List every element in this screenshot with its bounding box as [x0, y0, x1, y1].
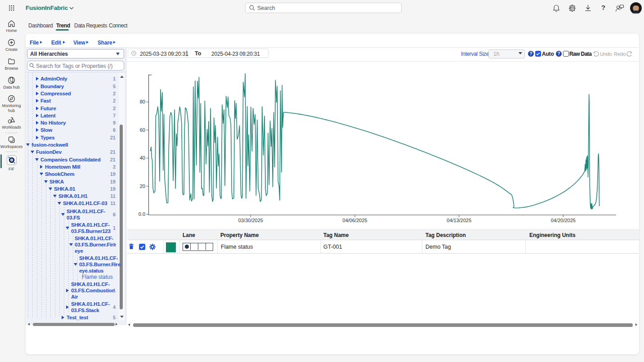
svg-text:40: 40 — [140, 155, 145, 161]
svg-text:04/13/2025: 04/13/2025 — [447, 218, 471, 223]
svg-text:03/30/2025: 03/30/2025 — [238, 218, 263, 223]
svg-text:60: 60 — [140, 127, 145, 133]
svg-text:20: 20 — [140, 183, 145, 189]
svg-text:80: 80 — [140, 99, 145, 104]
svg-text:0.0: 0.0 — [139, 211, 145, 217]
svg-text:04/06/2025: 04/06/2025 — [343, 218, 367, 223]
svg-text:04/20/2025: 04/20/2025 — [551, 218, 576, 223]
